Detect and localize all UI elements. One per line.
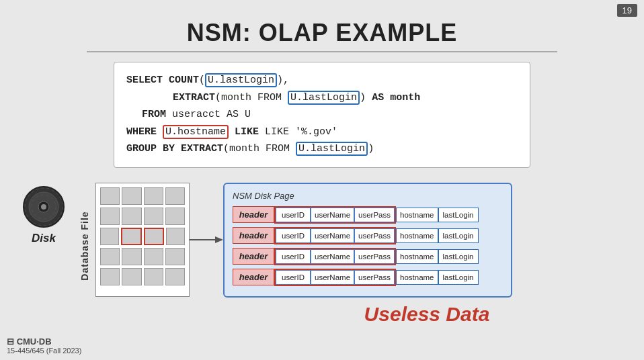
sql-line-3: FROM useracct AS U: [126, 106, 518, 124]
page-number: 19: [617, 4, 637, 17]
sql-hl-lastlogin-2: U.lastLogin: [288, 91, 360, 105]
bottom-section: Disk Database File: [0, 179, 644, 326]
nsm-label: NSM Disk Page: [233, 191, 503, 201]
nsm-lastlogin-1: lastLogin: [438, 208, 479, 222]
sql-as-month: AS month: [372, 92, 420, 103]
mini-cell-1-4: [165, 187, 185, 205]
disk-label: Disk: [32, 232, 56, 245]
nsm-lastlogin-3: lastLogin: [438, 249, 479, 264]
nsm-hostname-4: hostname: [396, 270, 438, 285]
mini-cell-3-1: [100, 228, 119, 245]
mini-row-2: [100, 208, 185, 225]
sql-kw-from: FROM: [142, 109, 166, 120]
title-underline: [87, 51, 557, 52]
mini-cell-4-4: [165, 248, 185, 265]
sql-line-1: SELECT COUNT(U.lastLogin),: [126, 72, 518, 89]
nsm-group-red-4: userID userName userPass: [274, 269, 396, 286]
nsm-userpass-3: userPass: [354, 249, 395, 264]
arrow-icon: [190, 226, 223, 253]
mini-pages: [95, 183, 190, 297]
sql-hl-hostname: U.hostname: [163, 125, 229, 139]
nsm-group-red-2: userID userName userPass: [274, 227, 396, 244]
nsm-userid-1: userID: [276, 208, 311, 222]
mini-cell-2-2: [122, 208, 141, 225]
nsm-header-2: header: [233, 227, 274, 244]
sql-groupby-text: month FROM: [229, 143, 290, 154]
mini-cell-3-2: [121, 228, 141, 245]
nsm-userpass-2: userPass: [354, 228, 395, 243]
sql-line-4: WHERE U.hostname LIKE LIKE '%.gov': [126, 124, 518, 141]
sql-line-5: GROUP BY EXTRACT(month FROM U.lastLogin): [126, 140, 518, 158]
mini-row-5: [100, 268, 185, 285]
nsm-userid-2: userID: [276, 228, 311, 243]
nsm-row-1: header userID userName userPass hostname…: [233, 206, 503, 224]
mini-cell-5-2: [122, 268, 141, 285]
sql-kw-extract-1: EXTRACT: [173, 92, 215, 103]
mini-cell-1-3: [144, 187, 163, 205]
footer-logo: ⊟ CMU·DB: [7, 336, 81, 347]
nsm-header-1: header: [233, 206, 274, 223]
useless-data-label: Useless Data: [223, 303, 631, 326]
nsm-row-2: header userID userName userPass hostname…: [233, 227, 503, 244]
sql-hl-lastlogin-3: U.lastLogin: [296, 142, 368, 156]
svg-marker-7: [215, 236, 223, 243]
mini-row-3: [100, 228, 185, 245]
sql-kw-groupby: GROUP BY: [126, 143, 175, 154]
sql-line-2: EXTRACT(month FROM U.lastLogin) AS month: [126, 89, 518, 107]
mini-cell-2-4: [165, 208, 185, 225]
nsm-row-3: header userID userName userPass hostname…: [233, 248, 503, 265]
nsm-userpass-1: userPass: [354, 208, 395, 222]
nsm-hostname-3: hostname: [396, 249, 438, 264]
sql-kw-like: LIKE: [235, 126, 259, 138]
nsm-lastlogin-4: lastLogin: [438, 270, 479, 285]
nsm-username-1: userName: [311, 208, 354, 222]
mini-cell-4-3: [144, 248, 163, 265]
db-file-wrapper: Database File: [74, 185, 95, 306]
mini-cell-4-2: [122, 248, 141, 265]
svg-point-3: [41, 204, 46, 210]
mini-cell-5-4: [165, 268, 185, 285]
nsm-lastlogin-2: lastLogin: [438, 228, 479, 243]
sql-hl-lastlogin-1: U.lastLogin: [205, 73, 277, 87]
mini-cell-3-3: [144, 228, 164, 245]
sql-kw-where: WHERE: [126, 126, 157, 138]
footer-course: 15-445/645 (Fall 2023): [7, 347, 81, 355]
mini-row-1: [100, 187, 185, 205]
mini-cell-1-2: [122, 187, 141, 205]
nsm-username-2: userName: [311, 228, 354, 243]
sql-count: COUNT(U.lastLogin),: [169, 73, 289, 87]
mini-cell-3-4: [166, 228, 185, 245]
mini-cell-1-1: [100, 187, 120, 205]
db-file-label: Database File: [79, 211, 90, 280]
nsm-hostname-1: hostname: [396, 208, 438, 222]
sql-from-text: useracct AS U: [172, 109, 251, 120]
nsm-userid-4: userID: [276, 270, 311, 285]
mini-cell-5-1: [100, 268, 120, 285]
mini-cell-4-1: [100, 248, 120, 265]
nsm-hostname-2: hostname: [396, 228, 438, 243]
nsm-username-4: userName: [311, 270, 354, 285]
mini-row-4: [100, 248, 185, 265]
arrow-area: [190, 183, 223, 297]
cmu-logo-icon: ⊟: [7, 336, 14, 347]
footer: ⊟ CMU·DB 15-445/645 (Fall 2023): [7, 336, 81, 355]
footer-logo-text: CMU·DB: [17, 336, 52, 347]
sql-kw-extract-2: EXTRACT: [181, 143, 223, 154]
nsm-userid-3: userID: [276, 249, 311, 264]
nsm-header-3: header: [233, 248, 274, 265]
sql-block: SELECT COUNT(U.lastLogin), EXTRACT(month…: [114, 62, 530, 168]
sql-kw-select: SELECT: [126, 75, 163, 86]
nsm-disk-page: NSM Disk Page header userID userName use…: [223, 183, 512, 298]
nsm-group-red-1: userID userName userPass: [274, 206, 396, 224]
mini-cell-2-1: [100, 208, 120, 225]
nsm-username-3: userName: [311, 249, 354, 264]
nsm-group-red-3: userID userName userPass: [274, 248, 396, 265]
sql-extract-text: month FROM: [221, 92, 282, 103]
sql-where-text: LIKE '%.gov': [265, 126, 337, 138]
disk-icon: [22, 185, 66, 229]
disk-area: Disk: [13, 185, 74, 245]
nsm-row-4: header userID userName userPass hostname…: [233, 269, 503, 286]
slide-title: NSM: OLAP EXAMPLE: [0, 19, 644, 47]
mini-cell-2-3: [144, 208, 163, 225]
nsm-header-4: header: [233, 269, 274, 285]
